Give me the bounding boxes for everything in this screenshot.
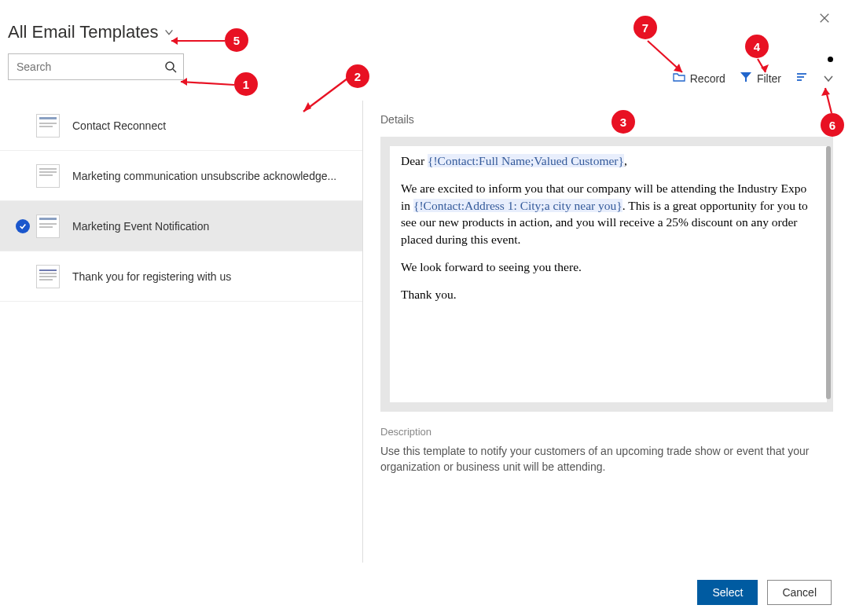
- template-thumbnail-icon: [36, 265, 60, 288]
- svg-point-2: [166, 62, 174, 70]
- list-icon: [795, 71, 808, 86]
- folder-icon: [673, 71, 685, 86]
- record-button[interactable]: Record: [673, 71, 725, 86]
- close-button[interactable]: [819, 13, 835, 28]
- preview-text: ,: [624, 154, 627, 167]
- annotation-arrow: [174, 79, 237, 94]
- filter-label: Filter: [757, 72, 781, 85]
- template-label: Thank you for registering with us: [72, 270, 231, 283]
- preview-text: Dear: [401, 154, 428, 167]
- details-heading: Details: [380, 113, 833, 126]
- template-item[interactable]: Contact Reconnect: [0, 101, 362, 151]
- filter-icon: [740, 71, 752, 86]
- template-preview: Dear {!Contact:Full Name;Valued Customer…: [380, 137, 833, 412]
- template-preview-body[interactable]: Dear {!Contact:Full Name;Valued Customer…: [390, 146, 827, 402]
- svg-line-3: [173, 69, 176, 72]
- template-item[interactable]: Thank you for registering with us: [0, 251, 362, 302]
- overflow-indicator: [828, 57, 833, 62]
- title-dropdown-chevron[interactable]: [163, 27, 174, 38]
- preview-text: Thank you.: [401, 286, 816, 302]
- dynamic-token: {!Contact:Address 1: City;a city near yo…: [413, 199, 622, 212]
- preview-text: We look forward to seeing you there.: [401, 258, 816, 275]
- filter-button[interactable]: Filter: [740, 71, 781, 86]
- template-thumbnail-icon: [36, 114, 60, 138]
- page-title[interactable]: All Email Templates: [8, 22, 159, 42]
- description-label: Description: [380, 426, 833, 438]
- template-label: Marketing Event Notification: [72, 220, 209, 233]
- sort-button[interactable]: [795, 71, 808, 86]
- template-label: Marketing communication unsubscribe ackn…: [72, 170, 336, 182]
- record-label: Record: [690, 72, 725, 85]
- template-thumbnail-icon: [36, 214, 60, 238]
- search-input[interactable]: [15, 60, 164, 74]
- selected-check-icon: [16, 219, 30, 233]
- cancel-button[interactable]: Cancel: [767, 580, 832, 605]
- svg-marker-17: [821, 88, 830, 96]
- template-item[interactable]: Marketing communication unsubscribe ackn…: [0, 151, 362, 201]
- search-box[interactable]: [8, 53, 184, 80]
- search-icon[interactable]: [164, 60, 177, 73]
- expand-chevron[interactable]: [822, 72, 835, 85]
- template-thumbnail-icon: [36, 164, 60, 188]
- chevron-down-icon: [822, 72, 835, 85]
- dynamic-token: {!Contact:Full Name;Valued Customer}: [428, 154, 624, 167]
- svg-line-8: [181, 82, 234, 85]
- select-button[interactable]: Select: [697, 580, 758, 605]
- template-list: Contact Reconnect Marketing communicatio…: [0, 101, 363, 563]
- svg-marker-4: [740, 72, 751, 82]
- description-text: Use this template to notify your custome…: [380, 444, 833, 475]
- template-item-selected[interactable]: Marketing Event Notification: [0, 201, 362, 251]
- template-label: Contact Reconnect: [72, 119, 166, 132]
- scrollbar[interactable]: [826, 146, 831, 399]
